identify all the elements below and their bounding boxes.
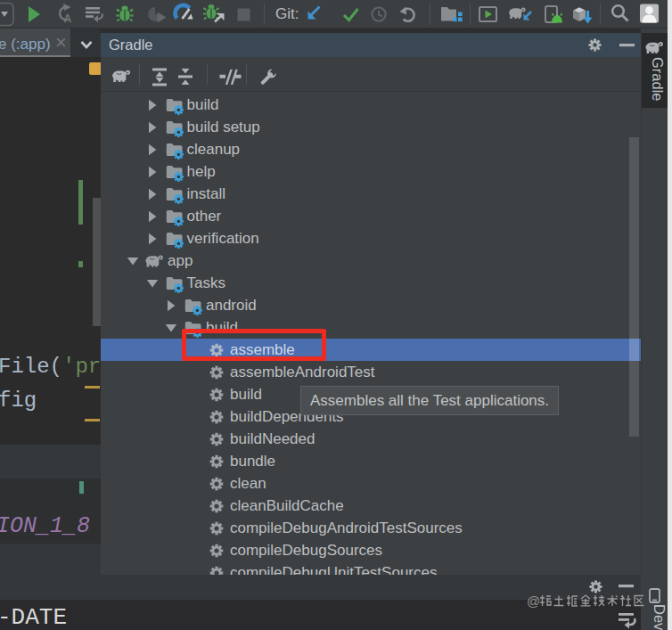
svg-text:Git:: Git:	[275, 5, 299, 22]
svg-text:A: A	[64, 12, 72, 25]
